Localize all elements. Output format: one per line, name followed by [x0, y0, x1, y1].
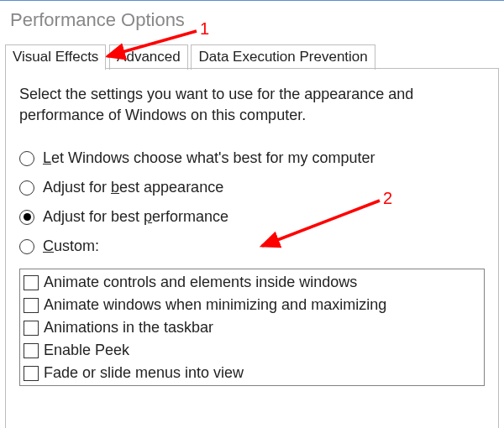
checkbox-icon	[24, 298, 39, 313]
radio-best-appearance[interactable]: Adjust for best appearance	[19, 179, 485, 196]
tab-strip: Visual Effects Advanced Data Execution P…	[5, 44, 499, 69]
effects-list[interactable]: Animate controls and elements inside win…	[19, 269, 485, 386]
performance-options-window: Performance Options Visual Effects Advan…	[0, 0, 504, 428]
checkbox-icon	[24, 275, 39, 290]
tab-label: Data Execution Prevention	[198, 49, 367, 65]
tab-dep[interactable]: Data Execution Prevention	[191, 44, 375, 70]
check-label: Animations in the taskbar	[44, 316, 213, 339]
radio-label: Custom:	[43, 237, 99, 255]
check-label: Animate controls and elements inside win…	[44, 271, 357, 294]
annotation-number-1: 1	[200, 19, 209, 39]
checkbox-icon	[24, 366, 39, 381]
radio-custom[interactable]: Custom:	[19, 237, 485, 255]
radio-icon	[19, 210, 34, 225]
checkbox-icon	[24, 321, 39, 336]
tab-visual-effects[interactable]: Visual Effects	[5, 44, 106, 70]
radio-label: Adjust for best performance	[43, 208, 228, 226]
list-item[interactable]: Fade or slide menus into view	[24, 362, 480, 384]
tab-label: Visual Effects	[13, 49, 98, 65]
list-item[interactable]: Animations in the taskbar	[24, 316, 480, 339]
tab-label: Advanced	[117, 49, 181, 65]
list-item[interactable]: Animate windows when minimizing and maxi…	[24, 294, 480, 316]
list-item[interactable]: Animate controls and elements inside win…	[24, 271, 480, 294]
window-title: Performance Options	[0, 1, 504, 44]
radio-best-performance[interactable]: Adjust for best performance	[19, 208, 485, 226]
radio-label: Adjust for best appearance	[43, 179, 223, 196]
radio-icon	[19, 180, 34, 196]
tab-advanced[interactable]: Advanced	[109, 44, 188, 70]
radio-label: Let Windows choose what's best for my co…	[43, 149, 375, 167]
check-label: Animate windows when minimizing and maxi…	[44, 294, 386, 316]
instruction-text: Select the settings you want to use for …	[19, 84, 485, 126]
visual-effects-panel: Select the settings you want to use for …	[5, 69, 499, 428]
radio-let-windows-choose[interactable]: Let Windows choose what's best for my co…	[19, 149, 485, 167]
check-label: Fade or slide menus into view	[44, 362, 244, 384]
check-label: Enable Peek	[44, 339, 129, 362]
list-item[interactable]: Enable Peek	[24, 339, 480, 362]
radio-icon	[19, 239, 34, 254]
annotation-number-2: 2	[383, 189, 392, 208]
checkbox-icon	[24, 343, 39, 358]
radio-icon	[19, 151, 34, 166]
